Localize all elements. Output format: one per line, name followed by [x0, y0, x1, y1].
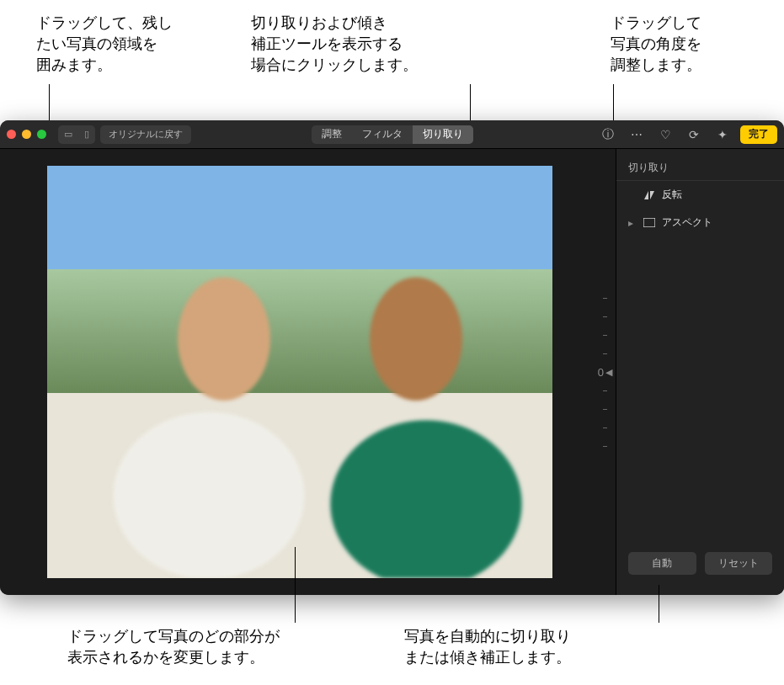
edit-mode-tabs: 調整 フィルタ 切り取り [312, 125, 473, 144]
crop-handle-tl[interactable] [47, 166, 63, 182]
done-button[interactable]: 完了 [740, 125, 777, 144]
crop-handle-bl[interactable] [47, 562, 63, 578]
callout-crop-tab: 切り取りおよび傾き 補正ツールを表示する 場合にクリックします。 [251, 13, 418, 77]
svg-rect-0 [643, 218, 655, 227]
tab-filters[interactable]: フィルタ [352, 125, 413, 144]
flip-icon [643, 190, 655, 200]
callout-drag-photo: ドラッグして写真のどの部分が 表示されるかを変更します。 [67, 626, 280, 668]
canvas-area: 0 ◀ [0, 149, 616, 595]
titlebar: ▭ ▯ オリジナルに戻す 調整 フィルタ 切り取り ⓘ ⋯ ♡ ⟳ ✦ 完了 [0, 120, 784, 149]
favorite-icon[interactable]: ♡ [654, 125, 676, 144]
angle-dial[interactable]: 0 ◀ [565, 279, 609, 465]
tab-adjust[interactable]: 調整 [312, 125, 352, 144]
reset-button[interactable]: リセット [705, 552, 773, 575]
callout-crop-area: ドラッグして、残し たい写真の領域を 囲みます。 [36, 13, 173, 77]
crop-handle-tr[interactable] [536, 166, 552, 182]
dial-value: 0 [598, 366, 604, 379]
flip-row[interactable]: 反転 [616, 181, 784, 209]
aspect-row[interactable]: ▸ アスペクト [616, 209, 784, 236]
info-icon[interactable]: ⓘ [597, 125, 619, 144]
aspect-label: アスペクト [662, 215, 712, 230]
leader-line [659, 585, 659, 623]
compare-icon[interactable]: ▭ [58, 125, 78, 144]
rotate-icon[interactable]: ⟳ [683, 125, 705, 144]
photos-edit-window: ▭ ▯ オリジナルに戻す 調整 フィルタ 切り取り ⓘ ⋯ ♡ ⟳ ✦ 完了 [0, 120, 784, 595]
flip-label: 反転 [662, 188, 682, 202]
tab-crop[interactable]: 切り取り [413, 125, 473, 144]
aspect-icon [643, 218, 655, 227]
zoom-icon[interactable] [37, 130, 46, 139]
crop-handle-br[interactable] [536, 562, 552, 578]
close-icon[interactable] [7, 130, 16, 139]
view-toggle[interactable]: ▭ ▯ [58, 125, 95, 144]
auto-enhance-icon[interactable]: ✦ [712, 125, 733, 144]
revert-button[interactable]: オリジナルに戻す [100, 125, 191, 144]
single-icon[interactable]: ▯ [78, 125, 95, 144]
dial-pointer-icon: ◀ [605, 367, 612, 378]
window-controls[interactable] [7, 130, 46, 139]
more-icon[interactable]: ⋯ [626, 125, 648, 144]
photo-crop-frame[interactable] [47, 166, 552, 578]
crop-panel: 切り取り 反転 ▸ アスペクト 自動 リセット [616, 149, 784, 595]
panel-title: 切り取り [616, 157, 784, 181]
auto-button[interactable]: 自動 [628, 552, 696, 575]
callout-angle: ドラッグして 写真の角度を 調整します。 [611, 13, 701, 77]
chevron-right-icon: ▸ [628, 217, 637, 229]
callout-auto: 写真を自動的に切り取り または傾き補正します。 [404, 626, 571, 668]
minimize-icon[interactable] [22, 130, 31, 139]
leader-line [295, 547, 296, 623]
